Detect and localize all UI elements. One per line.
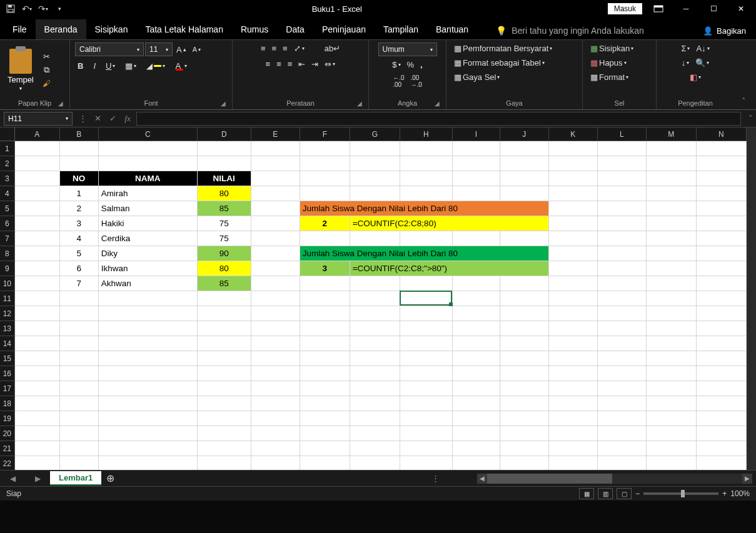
cell[interactable] bbox=[549, 351, 598, 366]
cell[interactable] bbox=[400, 231, 453, 246]
cell[interactable] bbox=[350, 426, 400, 441]
enter-formula-button[interactable]: ✓ bbox=[105, 114, 120, 123]
cell[interactable] bbox=[549, 276, 598, 291]
undo-button[interactable]: ↶▾ bbox=[20, 2, 34, 16]
cell-styles-button[interactable]: ▦ Gaya Sel▾ bbox=[451, 71, 502, 83]
cell[interactable] bbox=[15, 306, 60, 321]
row-header-19[interactable]: 19 bbox=[0, 411, 15, 426]
cell[interactable] bbox=[697, 366, 747, 381]
cell[interactable] bbox=[549, 231, 598, 246]
cell[interactable] bbox=[453, 366, 500, 381]
cell[interactable] bbox=[300, 291, 350, 306]
cell-grid[interactable]: NONAMANILAI1Amirah802Salman853Hakiki754C… bbox=[15, 141, 747, 470]
row-header-5[interactable]: 5 bbox=[0, 201, 15, 216]
cell[interactable] bbox=[500, 156, 549, 171]
cell[interactable] bbox=[598, 321, 647, 336]
cell[interactable] bbox=[15, 141, 60, 156]
cell[interactable]: 3 bbox=[60, 216, 99, 231]
row-header-14[interactable]: 14 bbox=[0, 336, 15, 351]
cell[interactable] bbox=[15, 216, 60, 231]
cell[interactable] bbox=[549, 171, 598, 186]
cell[interactable] bbox=[99, 336, 198, 351]
cell[interactable]: Salman bbox=[99, 201, 198, 216]
cell[interactable] bbox=[300, 381, 350, 396]
cell[interactable] bbox=[500, 411, 549, 426]
cell[interactable] bbox=[697, 321, 747, 336]
cell[interactable] bbox=[251, 441, 300, 456]
ribbon-display-icon[interactable] bbox=[647, 2, 670, 16]
cell[interactable] bbox=[647, 186, 697, 201]
cell[interactable] bbox=[453, 396, 500, 411]
name-box[interactable]: H11▾ bbox=[4, 112, 73, 126]
cell[interactable] bbox=[453, 411, 500, 426]
cell[interactable] bbox=[549, 186, 598, 201]
cell[interactable] bbox=[598, 171, 647, 186]
cell[interactable] bbox=[598, 246, 647, 261]
align-middle-button[interactable]: ≡ bbox=[269, 42, 279, 54]
cell[interactable] bbox=[60, 141, 99, 156]
autosum-button[interactable]: Σ▾ bbox=[678, 42, 692, 54]
sheet-nav-next[interactable]: ▶ bbox=[35, 474, 41, 483]
cell[interactable] bbox=[697, 186, 747, 201]
wrap-text-button[interactable]: ab↵ bbox=[322, 42, 343, 54]
cell[interactable]: Akhwan bbox=[99, 276, 198, 291]
delete-cells-button[interactable]: ▦ Hapus▾ bbox=[588, 57, 629, 69]
cell[interactable] bbox=[251, 186, 300, 201]
cell[interactable] bbox=[549, 396, 598, 411]
cell[interactable] bbox=[598, 261, 647, 276]
percent-button[interactable]: % bbox=[405, 59, 417, 71]
col-header-H[interactable]: H bbox=[400, 127, 453, 141]
cell[interactable] bbox=[400, 336, 453, 351]
share-button[interactable]: 👤 Bagikan bbox=[697, 22, 752, 39]
cell[interactable] bbox=[500, 426, 549, 441]
cell[interactable] bbox=[697, 276, 747, 291]
cell[interactable] bbox=[15, 441, 60, 456]
cell[interactable] bbox=[400, 396, 453, 411]
cell[interactable]: Ikhwan bbox=[99, 261, 198, 276]
expand-formula-bar[interactable]: ˅ bbox=[745, 114, 756, 123]
cell[interactable] bbox=[198, 441, 251, 456]
cell[interactable] bbox=[598, 411, 647, 426]
cell[interactable] bbox=[300, 156, 350, 171]
cell[interactable] bbox=[647, 381, 697, 396]
cell[interactable] bbox=[697, 156, 747, 171]
cell[interactable] bbox=[697, 141, 747, 156]
cell[interactable] bbox=[15, 426, 60, 441]
cell[interactable] bbox=[400, 351, 453, 366]
col-header-G[interactable]: G bbox=[350, 127, 400, 141]
cell[interactable] bbox=[647, 276, 697, 291]
row-header-1[interactable]: 1 bbox=[0, 141, 15, 156]
clear-button[interactable]: ◧▾ bbox=[687, 71, 703, 83]
increase-indent-button[interactable]: ⇥ bbox=[309, 58, 321, 70]
col-header-L[interactable]: L bbox=[598, 127, 647, 141]
cell[interactable] bbox=[60, 291, 99, 306]
col-header-F[interactable]: F bbox=[300, 127, 350, 141]
cell[interactable] bbox=[350, 306, 400, 321]
cell[interactable] bbox=[300, 231, 350, 246]
cell[interactable] bbox=[300, 171, 350, 186]
row-header-7[interactable]: 7 bbox=[0, 231, 15, 246]
cell[interactable]: 80 bbox=[198, 261, 251, 276]
cell[interactable] bbox=[647, 456, 697, 470]
cell[interactable] bbox=[549, 441, 598, 456]
cell[interactable] bbox=[647, 351, 697, 366]
cell[interactable] bbox=[251, 216, 300, 231]
cell[interactable] bbox=[15, 291, 60, 306]
cell[interactable] bbox=[647, 216, 697, 231]
cell[interactable] bbox=[697, 306, 747, 321]
cell[interactable]: 7 bbox=[60, 276, 99, 291]
font-color-button[interactable]: A▾ bbox=[173, 60, 189, 72]
cell[interactable] bbox=[60, 351, 99, 366]
cell[interactable]: 75 bbox=[198, 216, 251, 231]
cell[interactable] bbox=[500, 336, 549, 351]
cell[interactable] bbox=[251, 201, 300, 216]
cell[interactable] bbox=[300, 321, 350, 336]
cell[interactable] bbox=[598, 141, 647, 156]
cell[interactable] bbox=[453, 171, 500, 186]
italic-button[interactable]: I bbox=[91, 60, 98, 72]
cell[interactable] bbox=[697, 261, 747, 276]
tell-me-search[interactable]: 💡 Beri tahu yang ingin Anda lakukan bbox=[490, 22, 650, 39]
cell[interactable] bbox=[549, 141, 598, 156]
cell[interactable] bbox=[453, 276, 500, 291]
fill-button[interactable]: ↓▾ bbox=[679, 57, 692, 69]
